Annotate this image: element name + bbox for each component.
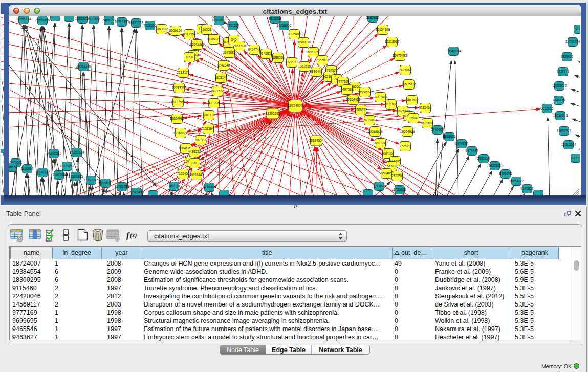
- svg-text:6497568: 6497568: [341, 87, 354, 91]
- svg-text:7386372: 7386372: [355, 108, 367, 112]
- svg-text:18300295: 18300295: [266, 112, 280, 115]
- svg-text:9584: 9584: [410, 116, 418, 120]
- svg-text:19654983: 19654983: [170, 117, 185, 120]
- svg-text:2718176: 2718176: [177, 71, 190, 74]
- svg-text:10807487: 10807487: [373, 95, 388, 99]
- svg-text:15751074: 15751074: [565, 40, 580, 43]
- svg-text:17957275: 17957275: [84, 178, 99, 182]
- svg-text:9699695: 9699695: [421, 121, 434, 125]
- svg-text:16961758: 16961758: [306, 50, 321, 54]
- svg-text:8215955: 8215955: [541, 106, 554, 110]
- svg-text:14055714: 14055714: [16, 17, 31, 21]
- svg-text:12503135: 12503135: [69, 174, 83, 178]
- svg-text:2803144: 2803144: [215, 76, 228, 79]
- svg-text:16210643: 16210643: [553, 114, 568, 117]
- svg-text:9245652: 9245652: [521, 187, 534, 190]
- svg-text:7955812: 7955812: [316, 58, 329, 62]
- svg-text:2935114: 2935114: [477, 157, 490, 160]
- svg-text:20691406: 20691406: [35, 18, 50, 22]
- svg-text:12213967: 12213967: [385, 40, 400, 43]
- svg-text:417006: 417006: [208, 101, 220, 105]
- svg-text:7357224: 7357224: [227, 24, 239, 27]
- svg-text:3624554: 3624554: [359, 90, 372, 94]
- svg-text:19384554: 19384554: [309, 139, 324, 142]
- svg-text:9146821: 9146821: [260, 52, 273, 55]
- svg-text:10688609: 10688609: [368, 129, 383, 133]
- svg-text:9084067: 9084067: [382, 151, 395, 155]
- svg-text:252254: 252254: [391, 174, 403, 178]
- svg-text:19654923: 19654923: [400, 129, 415, 133]
- svg-text:20206551: 20206551: [47, 151, 61, 155]
- svg-text:3267130: 3267130: [203, 113, 215, 117]
- svg-text:9115460: 9115460: [419, 106, 432, 110]
- svg-text:1145194: 1145194: [53, 173, 66, 177]
- svg-text:16107554: 16107554: [171, 100, 186, 104]
- svg-text:2687682: 2687682: [366, 16, 379, 19]
- svg-text:8471676: 8471676: [499, 172, 512, 176]
- svg-text:8990448: 8990448: [310, 70, 323, 73]
- svg-text:1588520: 1588520: [272, 56, 285, 59]
- svg-text:16154808: 16154808: [376, 28, 390, 31]
- svg-text:9427552: 9427552: [211, 89, 224, 93]
- svg-text:10648784: 10648784: [446, 49, 461, 53]
- svg-text:756928: 756928: [400, 144, 411, 148]
- svg-text:15692971: 15692971: [557, 129, 572, 133]
- svg-text:16911443: 16911443: [189, 173, 204, 177]
- svg-text:9716485: 9716485: [203, 185, 216, 189]
- svg-text:1156829: 1156829: [21, 167, 34, 170]
- svg-text:9857791: 9857791: [168, 184, 181, 188]
- svg-text:10975857: 10975857: [60, 164, 75, 168]
- svg-text:89: 89: [192, 161, 197, 165]
- svg-text:16058: 16058: [202, 28, 211, 31]
- svg-text:6479197: 6479197: [455, 142, 468, 145]
- svg-text:8454749: 8454749: [248, 48, 261, 51]
- svg-text:139159: 139159: [9, 165, 17, 169]
- svg-text:16543382: 16543382: [190, 42, 205, 46]
- svg-text:1733426: 1733426: [394, 188, 406, 191]
- svg-text:15720407: 15720407: [362, 118, 377, 122]
- svg-text:12213369: 12213369: [172, 86, 187, 90]
- svg-text:9227343: 9227343: [557, 70, 570, 73]
- svg-text:12975115: 12975115: [402, 82, 416, 86]
- svg-text:9329906: 9329906: [561, 55, 574, 58]
- svg-text:6466160: 6466160: [103, 18, 116, 22]
- svg-text:19166827: 19166827: [173, 131, 188, 135]
- svg-text:7632621: 7632621: [489, 164, 502, 167]
- svg-text:9474444: 9474444: [466, 149, 478, 152]
- svg-text:16671355: 16671355: [129, 21, 144, 25]
- svg-text:7485063: 7485063: [399, 68, 412, 72]
- svg-text:17359924: 17359924: [70, 150, 84, 154]
- svg-text:4498222: 4498222: [188, 150, 201, 154]
- svg-text:7625402: 7625402: [177, 172, 190, 176]
- svg-text:1615132: 1615132: [385, 164, 398, 168]
- svg-text:18724007: 18724007: [288, 104, 303, 107]
- svg-text:3675685: 3675685: [223, 51, 236, 54]
- svg-text:887833: 887833: [195, 138, 206, 142]
- svg-text:1244415: 1244415: [553, 98, 565, 102]
- svg-text:1527602: 1527602: [88, 17, 100, 21]
- svg-text:10654112: 10654112: [509, 179, 524, 183]
- svg-text:153594: 153594: [203, 127, 214, 130]
- svg-text:8938923: 8938923: [443, 135, 456, 138]
- svg-text:10973493: 10973493: [393, 54, 407, 57]
- svg-text:62160: 62160: [386, 102, 396, 106]
- svg-text:16033809: 16033809: [212, 18, 227, 22]
- svg-text:8660124: 8660124: [169, 29, 182, 32]
- svg-text:20364436: 20364436: [346, 98, 361, 101]
- svg-text:20053346: 20053346: [76, 64, 91, 68]
- svg-text:18907249: 18907249: [373, 141, 388, 145]
- svg-text:116753: 116753: [571, 156, 580, 160]
- svg-text:17016504: 17016504: [561, 143, 576, 146]
- svg-text:8322037: 8322037: [286, 60, 298, 64]
- svg-text:14138141: 14138141: [372, 184, 387, 188]
- svg-text:10958107: 10958107: [98, 181, 113, 185]
- svg-text:1362615: 1362615: [298, 64, 311, 68]
- svg-text:7663822: 7663822: [156, 27, 168, 31]
- svg-text:2867608: 2867608: [233, 44, 246, 48]
- svg-text:9777169: 9777169: [337, 80, 350, 83]
- svg-text:10719155: 10719155: [115, 20, 129, 24]
- svg-text:8912954: 8912954: [183, 32, 196, 36]
- svg-text:1440954: 1440954: [431, 128, 444, 132]
- svg-text:12923468: 12923468: [129, 190, 144, 194]
- svg-text:18640910: 18640910: [296, 40, 311, 44]
